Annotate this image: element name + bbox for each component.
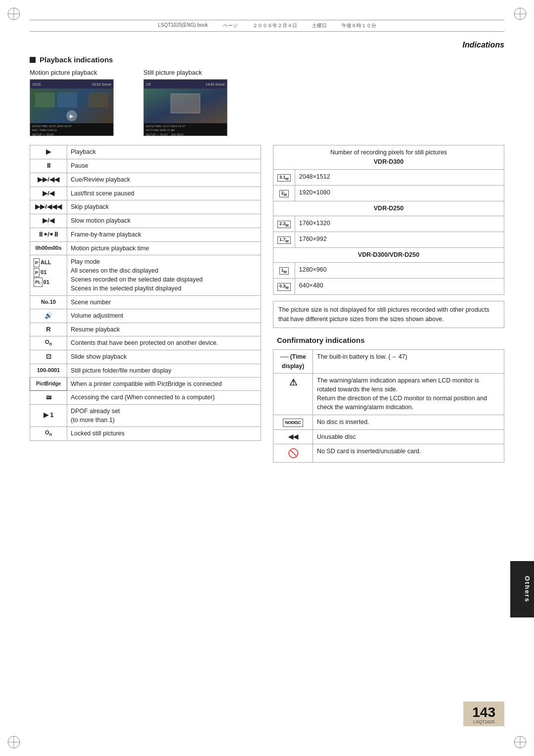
conf-desc-cell: Unusable disc [313,429,504,444]
meta-time: 午後６時１０分 [342,22,376,29]
pixel-intro: VDR-D250 [273,201,504,216]
motion-screen-content: ▶ [30,89,113,123]
still-picture-label: Still picture playback [143,69,202,76]
symbol-cell: ⏸▶/◀⏸ [30,228,67,242]
description-cell: Volume adjustment [67,309,261,323]
others-text: Others [524,576,531,603]
table-row: ⊡ Slide show playback [30,350,261,364]
symbol-cell: On [30,427,67,440]
pixel-size-cell: 1280×960 [295,263,504,279]
description-cell: Scene number [67,295,261,309]
badge-31m: 3.1M [277,174,291,182]
still-picture-block: Still picture playback 1/5 14/34 Scene D… [143,69,227,136]
corner-decoration-tl [7,7,21,21]
time-display-symbol: ── (Timedisplay) [280,353,306,369]
table-row: On Contents that have been protected on … [30,336,261,350]
table-row: ⏸▶/◀⏸ Frame-by-frame playback [30,228,261,242]
description-cell: Playback [67,145,261,159]
playback-images-row: Motion picture playback 10/15 10/16 Scen… [30,69,504,136]
symbol-cell: ⊡ [30,350,67,364]
badge-1m: 1M [279,267,289,275]
motion-top-left: 10/15 [32,83,41,86]
description-cell: DPOF already set(to more than 1) [67,404,261,426]
playback-heading: Playback indications [30,55,504,64]
motion-picture-label: Motion picture playback [30,69,97,76]
description-cell: Still picture folder/file number display [67,364,261,377]
still-screen-content [144,89,227,123]
table-row: PALL P01 PL01 Play mode All scenes on th… [30,255,261,296]
confirmatory-row: ── (Timedisplay) The built-in battery is… [273,350,504,374]
pixel-row: 2.3M 1760×1320 [273,216,504,232]
pixel-badge-cell: 1M [273,263,295,279]
still-picture-screen: 1/5 14/34 Scene DATE/TIME 15.07.2004 14:… [143,79,227,136]
table-row: 🔊 Volume adjustment [30,309,261,323]
meta-line: LSQT1025(ENG).book ページ ２００６年２月４日 土曜日 午後６… [30,20,504,32]
still-screen-topbar: 1/5 14/34 Scene [144,80,227,89]
pixel-table-header: Number of recording pixels for still pic… [273,145,504,170]
badge-23m: 2.3M [277,221,291,228]
corner-decoration-tr [513,7,527,21]
page-code: LSQT1025 [472,719,495,724]
pixel-size-cell: 2048×1512 [295,169,504,185]
table-row: ▶ 1 DPOF already set(to more than 1) [30,404,261,426]
meta-file: LSQT1025(ENG).book [158,22,208,29]
badge-03m: 0.3M [277,283,291,290]
pixel-intro: Number of recording pixels for still pic… [273,145,504,170]
description-cell: Contents that have been protected on ano… [67,336,261,350]
symbol-cell: 0h00m00s [30,241,67,255]
symbol-cell: No.10 [30,295,67,309]
confirmatory-row: NODISC No disc is inserted. [273,415,504,429]
vdr-d250-label: VDR-D250 [374,205,403,212]
pixel-size-cell: 1760×1320 [295,216,504,232]
conf-symbol-cell: ── (Timedisplay) [273,350,313,374]
playback-heading-text: Playback indications [40,55,113,64]
motion-picture-block: Motion picture playback 10/15 10/16 Scen… [30,69,114,136]
right-column: Number of recording pixels for still pic… [273,145,504,463]
conf-desc-cell: No SD card is inserted/unusable card. [313,444,504,462]
description-cell: Locked still pictures [67,427,261,440]
conf-symbol-cell: 🚫 [273,444,313,462]
pixel-size-cell: 1920×1080 [295,185,504,201]
table-row: ▶/◀ Slow motion playback [30,214,261,228]
page-title: Indications [30,41,504,49]
others-sidebar-label: Others [510,561,534,617]
symbol-cell: On [30,336,67,350]
conf-symbol-cell: NODISC [273,415,313,429]
pixel-row: 3.1M 2048×1512 [273,169,504,185]
bullet-icon [30,57,36,63]
pixel-size-cell: 1760×992 [295,232,504,248]
pixel-row: VDR-D250 [273,201,504,216]
table-row: PictBridge When a printer compatible wit… [30,377,261,390]
confirmatory-row: 🚫 No SD card is inserted/unusable card. [273,444,504,462]
meta-day: 土曜日 [312,22,327,29]
symbol-cell: ▶ [30,145,67,159]
pixel-badge-cell: 2M [273,185,295,201]
description-cell: Accessing the card (When connected to a … [67,390,261,404]
pixel-badge-cell: 1.7M [273,232,295,248]
motion-screen-bottombar: DATE/TIME 15.07.2004 16:47 REC TIME 0:06… [30,123,113,136]
pixel-row: 1.7M 1760×992 [273,232,504,248]
confirmatory-row: ◀◀ Unusable disc [273,429,504,444]
symbol-cell: 🔊 [30,309,67,323]
table-row: ▶/◀ Last/first scene paused [30,187,261,200]
symbol-cell: PALL P01 PL01 [30,255,67,296]
description-cell: Resume playback [67,323,261,336]
description-cell: Last/first scene paused [67,187,261,200]
description-cell: Frame-by-frame playback [67,228,261,242]
symbol-cell: ▶▶/◀◀◀ [30,200,67,214]
vdr-d300-d250-label: VDR-D300/VDR-D250 [358,251,419,258]
symbol-cell: ▶/◀ [30,214,67,228]
corner-decoration-br [513,735,527,749]
conf-desc-cell: The built-in battery is low. (→ 47) [313,350,504,374]
pixel-badge-cell: 2.3M [273,216,295,232]
description-cell: Cue/Review playback [67,173,261,187]
warning-icon: ⚠ [289,378,297,387]
motion-screen-topbar: 10/15 10/16 Scene [30,80,113,89]
table-row: 100-0001 Still picture folder/file numbe… [30,364,261,377]
description-cell: Pause [67,159,261,173]
confirmatory-heading: Confirmatory indications [273,336,504,344]
description-cell: Slide show playback [67,350,261,364]
meta-date: ２００６年２月４日 [253,22,297,29]
page-container: LSQT1025(ENG).book ページ ２００６年２月４日 土曜日 午後６… [0,0,534,756]
pixel-row: VDR-D300/VDR-D250 [273,248,504,263]
